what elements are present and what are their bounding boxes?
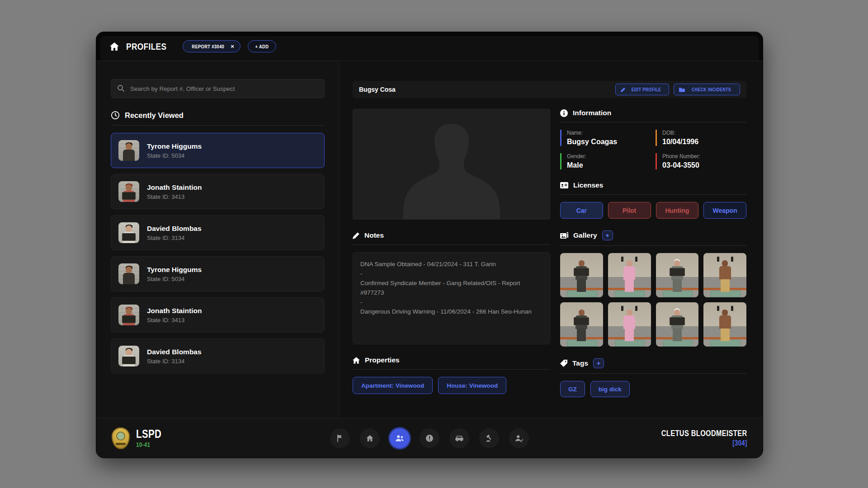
car-icon <box>454 434 464 443</box>
tag-icon <box>560 360 567 367</box>
licenses-title: Licenses <box>573 181 603 189</box>
profile-detail-panel: Bugsy Cosa EDIT PROFILE CHECK INCIDENTS <box>340 61 763 418</box>
profile-item-name: Tyrone Higgums <box>147 142 202 150</box>
profile-item-name: Jonath Staintion <box>147 183 202 192</box>
department-name: LSPD <box>136 428 161 440</box>
notes-title: Notes <box>364 231 384 239</box>
id-card-icon <box>560 182 568 188</box>
sidebar: Recently Viewed Tyrone Higgums State ID:… <box>96 61 340 418</box>
profile-item-state-id: State ID: 3413 <box>147 193 202 200</box>
lspd-badge-logo <box>112 427 130 449</box>
profile-item-state-id: State ID: 3134 <box>147 358 202 365</box>
status-code: 10-41 <box>136 441 150 448</box>
license-car-button[interactable]: Car <box>560 202 603 219</box>
pencil-icon <box>353 232 359 239</box>
top-bar: PROFILES REPORT #3040 × + ADD <box>96 32 763 61</box>
gallery-image[interactable] <box>608 302 651 347</box>
nav-roster-button[interactable] <box>509 428 529 448</box>
profile-list-item[interactable]: Jonath Staintion State ID: 3413 <box>111 174 325 209</box>
profile-list-item[interactable]: Tyrone Higgums State ID: 5034 <box>111 256 325 291</box>
profile-item-state-id: State ID: 5034 <box>147 152 202 159</box>
notes-textarea[interactable]: DNA Sample Obtained - 04/21/2024 - 311 T… <box>353 252 550 344</box>
flag-icon <box>335 434 344 443</box>
officer-name: CLETUS BLOODMEISTER <box>661 429 747 438</box>
footer-nav <box>330 428 529 448</box>
license-weapon-button[interactable]: Weapon <box>703 202 746 219</box>
home-icon <box>353 357 360 364</box>
recently-viewed-list: Tyrone Higgums State ID: 5034 Jonath Sta… <box>111 133 325 374</box>
profile-list-item[interactable]: Davied Blombas State ID: 3134 <box>111 338 325 374</box>
profile-item-state-id: State ID: 5034 <box>147 276 202 282</box>
footer-bar: LSPD 10-41 <box>96 418 763 458</box>
people-icon <box>395 434 405 443</box>
mdt-window: PROFILES REPORT #3040 × + ADD Recently V… <box>96 32 763 458</box>
nav-profiles-button[interactable] <box>390 428 410 448</box>
info-field-gender: Gender: Male <box>560 153 651 169</box>
nav-home-button[interactable] <box>360 428 380 448</box>
gallery-image[interactable] <box>560 302 603 347</box>
gallery-icon <box>560 232 568 239</box>
gallery-image[interactable] <box>656 253 699 297</box>
profile-list-item[interactable]: Tyrone Higgums State ID: 5034 <box>111 133 325 168</box>
info-icon <box>560 109 568 117</box>
profile-photo-placeholder[interactable] <box>353 109 550 220</box>
tags-title: Tags <box>572 359 588 367</box>
check-incidents-label: CHECK INCIDENTS <box>692 87 731 92</box>
tag-chip[interactable]: GZ <box>560 381 585 397</box>
add-tab-label: + ADD <box>255 44 269 49</box>
report-tab-label: REPORT #3040 <box>192 44 224 49</box>
edit-profile-button[interactable]: EDIT PROFILE <box>615 84 669 95</box>
nav-vehicles-button[interactable] <box>449 428 469 448</box>
gallery-grid <box>560 253 746 347</box>
info-field-name: Name: Bugsy Coagas <box>560 130 651 146</box>
gallery-image[interactable] <box>656 302 699 347</box>
gallery-image[interactable] <box>703 253 746 297</box>
home-icon <box>365 434 374 443</box>
gallery-image[interactable] <box>703 302 746 347</box>
gallery-image[interactable] <box>608 253 651 297</box>
pencil-icon <box>621 87 626 92</box>
profile-item-name: Davied Blombas <box>147 225 202 233</box>
info-field-phone: Phone Number: 03-04-3550 <box>656 153 746 169</box>
clock-icon <box>111 111 120 120</box>
search-input[interactable] <box>111 79 325 98</box>
gallery-title: Gallery <box>573 231 597 239</box>
add-gallery-image-button[interactable]: + <box>602 230 613 240</box>
nav-court-button[interactable] <box>479 428 499 448</box>
mugshot-thumbnail <box>118 222 139 243</box>
person-check-icon <box>514 434 524 443</box>
license-pilot-button[interactable]: Pilot <box>608 202 651 219</box>
tag-chip[interactable]: big dick <box>590 381 630 397</box>
folder-icon <box>679 87 685 92</box>
properties-title: Properties <box>365 356 400 364</box>
profile-list-item[interactable]: Davied Blombas State ID: 3134 <box>111 215 325 250</box>
close-icon[interactable]: × <box>231 43 234 50</box>
check-incidents-button[interactable]: CHECK INCIDENTS <box>674 84 740 95</box>
nav-incidents-button[interactable] <box>420 428 439 448</box>
add-tag-button[interactable]: + <box>593 358 604 368</box>
information-title: Information <box>573 109 611 117</box>
search-icon <box>117 84 125 92</box>
property-apartment-button[interactable]: Apartment: Vinewood <box>353 377 433 394</box>
property-house-button[interactable]: House: Vinewood <box>438 377 506 394</box>
mugshot-thumbnail <box>118 140 139 161</box>
profile-item-name: Davied Blombas <box>147 348 202 356</box>
license-hunting-button[interactable]: Hunting <box>656 202 699 219</box>
mugshot-thumbnail <box>118 181 139 202</box>
gallery-image[interactable] <box>560 253 603 297</box>
edit-profile-label: EDIT PROFILE <box>632 87 661 92</box>
mugshot-thumbnail <box>118 263 139 284</box>
info-field-dob: DOB: 10/04/1996 <box>656 130 746 146</box>
recently-viewed-title: Recently Viewed <box>125 111 184 120</box>
profile-item-state-id: State ID: 3134 <box>147 235 202 241</box>
report-tab-chip[interactable]: REPORT #3040 × <box>183 40 241 52</box>
nav-flag-button[interactable] <box>330 428 350 448</box>
profile-list-item[interactable]: Jonath Staintion State ID: 3413 <box>111 297 325 333</box>
home-icon <box>110 42 119 51</box>
officer-badge-number: [304] <box>732 439 747 447</box>
profile-item-state-id: State ID: 3413 <box>147 317 202 324</box>
add-tab-button[interactable]: + ADD <box>248 40 276 52</box>
gavel-icon <box>485 434 494 443</box>
mugshot-thumbnail <box>118 305 139 325</box>
profile-item-name: Jonath Staintion <box>147 307 202 315</box>
